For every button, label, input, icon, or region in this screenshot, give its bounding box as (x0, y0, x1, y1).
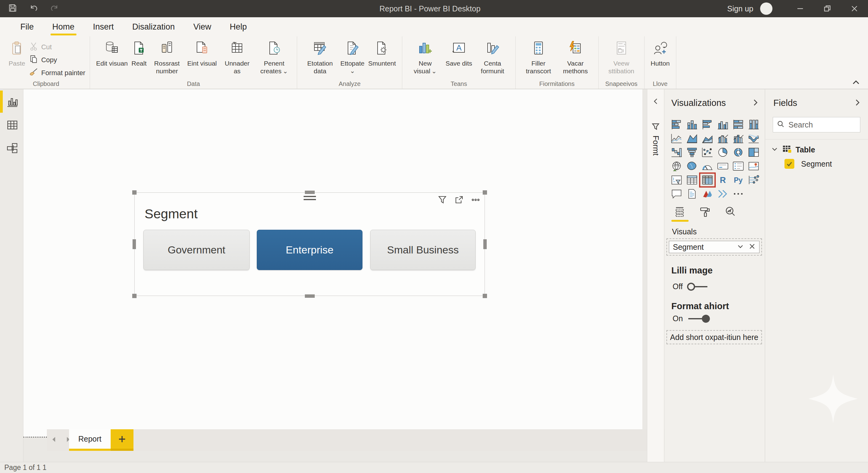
shape-map-icon[interactable] (684, 159, 700, 173)
stacked-bar-chart-icon[interactable] (669, 117, 684, 132)
more-options-icon[interactable] (731, 187, 746, 201)
menu-disalization[interactable]: Disalization (123, 17, 184, 36)
avatar[interactable] (760, 2, 772, 15)
collapse-visualizations-icon[interactable] (752, 99, 759, 107)
waterfall-chart-icon[interactable] (669, 145, 684, 159)
line-and-clustered-column-chart-icon[interactable] (715, 132, 731, 145)
minimize-button[interactable] (786, 0, 814, 17)
resize-handle[interactable] (305, 294, 315, 298)
funnel-chart-icon[interactable] (684, 145, 700, 159)
donut-chart-icon[interactable] (731, 145, 746, 159)
search-input[interactable] (788, 121, 850, 129)
python-visual-icon[interactable]: Py (731, 173, 746, 187)
resize-handle[interactable] (483, 239, 487, 249)
slicer-icon[interactable] (669, 173, 684, 187)
veew-sttibation-button[interactable]: Veew sttibation (603, 39, 640, 75)
penent-creates-button[interactable]: Penent creates (255, 39, 292, 75)
realt-button[interactable]: Realt (130, 39, 149, 67)
menu-file[interactable]: File (11, 17, 43, 36)
report-view-icon[interactable] (6, 96, 19, 108)
menu-home[interactable]: Home (43, 17, 84, 36)
etotation-data-button[interactable]: Etotation data (302, 39, 338, 75)
field-tree-item[interactable]: Segment (784, 159, 832, 169)
resize-handle[interactable] (132, 294, 136, 298)
fields-tab-icon[interactable] (674, 206, 685, 218)
data-view-icon[interactable] (6, 119, 19, 131)
close-button[interactable] (841, 0, 868, 17)
metrics-icon[interactable] (715, 187, 731, 201)
report-canvas[interactable]: Segment Government Enterprise Small Busi… (24, 89, 647, 462)
centa-formunit-button[interactable]: Centa formunit (474, 39, 511, 75)
focus-mode-icon[interactable] (454, 195, 464, 206)
arcgis-map-icon[interactable] (746, 159, 761, 173)
pie-chart-icon[interactable] (715, 145, 731, 159)
field-well[interactable]: Segment (666, 238, 762, 256)
tree-expand-icon[interactable] (771, 145, 778, 154)
analytics-tab-icon[interactable] (724, 206, 736, 218)
slicer-option-government[interactable]: Government (143, 230, 250, 270)
collapse-ribbon-button[interactable] (851, 78, 861, 87)
new-visual-button[interactable]: New visual (407, 39, 443, 75)
multi-row-card-icon[interactable] (731, 159, 746, 173)
paginated-report-icon[interactable] (684, 187, 700, 201)
field-checkbox[interactable] (784, 159, 794, 169)
save-icon[interactable] (8, 3, 17, 14)
treemap-icon[interactable] (746, 145, 761, 159)
expand-panel-icon[interactable] (652, 98, 659, 106)
more-options-icon[interactable] (471, 195, 480, 206)
filler-transcort-button[interactable]: Filler transcort (520, 39, 557, 75)
ettopate-button[interactable]: Ettopate (338, 39, 366, 74)
edit-visuan-button[interactable]: Edit visuan (94, 39, 130, 67)
menu-view[interactable]: View (184, 17, 220, 36)
hutton-button[interactable]: Hutton (649, 39, 672, 67)
clustered-bar-chart-icon[interactable] (700, 117, 715, 132)
report-page[interactable]: Segment Government Enterprise Small Busi… (24, 89, 642, 438)
slicer-option-small-business[interactable]: Small Business (370, 230, 475, 270)
format-painter-button[interactable]: Format painter (29, 67, 85, 79)
filter-icon[interactable] (438, 195, 447, 206)
sign-up-link[interactable]: Sign up (727, 4, 753, 13)
line-and-stacked-column-chart-icon[interactable] (731, 132, 746, 145)
drag-handle-icon[interactable] (304, 196, 316, 202)
line-chart-icon[interactable] (669, 132, 684, 145)
qa-icon[interactable] (669, 187, 684, 201)
page-tab-report[interactable]: Report (69, 429, 111, 451)
resize-handle[interactable] (132, 190, 136, 195)
resize-handle[interactable] (483, 190, 487, 195)
unnader-as-button[interactable]: Unnader as (219, 39, 255, 75)
chevron-down-icon[interactable] (737, 243, 744, 251)
100-stacked-bar-chart-icon[interactable] (731, 117, 746, 132)
copy-button[interactable]: Copy (29, 54, 85, 67)
vacar-methons-button[interactable]: Vacar methons (557, 39, 594, 75)
rossrast-number-button[interactable]: Rossrast number (149, 39, 186, 75)
collapse-fields-icon[interactable] (854, 99, 861, 107)
model-view-icon[interactable] (6, 142, 19, 155)
toggle-switch-off[interactable] (687, 282, 710, 291)
stacked-column-chart-icon[interactable] (684, 117, 700, 132)
fields-search[interactable] (773, 117, 860, 132)
table-icon[interactable] (684, 173, 700, 187)
resize-handle[interactable] (483, 294, 487, 298)
smuntent-button[interactable]: Smuntent (366, 39, 398, 67)
area-chart-icon[interactable] (684, 132, 700, 145)
toggle-switch-on[interactable] (687, 314, 710, 323)
scatter-chart-icon[interactable] (700, 145, 715, 159)
undo-icon[interactable] (29, 3, 38, 14)
map-icon[interactable] (669, 159, 684, 173)
cut-button[interactable]: Cut (29, 41, 85, 54)
add-field-hint[interactable]: Add short oxpat-itiun here (666, 330, 762, 344)
100-stacked-column-chart-icon[interactable] (746, 117, 761, 132)
clustered-column-chart-icon[interactable] (715, 117, 731, 132)
r-script-icon[interactable]: R (715, 173, 731, 187)
resize-handle[interactable] (305, 191, 315, 194)
menu-insert[interactable]: Insert (84, 17, 123, 36)
slicer-option-enterprise[interactable]: Enterprise (257, 230, 363, 270)
slicer-visual[interactable]: Segment Government Enterprise Small Busi… (134, 193, 485, 296)
prev-page-arrow-icon[interactable] (51, 436, 57, 444)
eint-visual-button[interactable]: Eint visual (186, 39, 219, 67)
paste-button[interactable]: Paste (7, 39, 27, 67)
add-page-button[interactable] (111, 429, 133, 451)
ribbon-chart-icon[interactable] (746, 132, 761, 145)
card-icon[interactable] (715, 159, 731, 173)
power-apps-icon[interactable] (700, 187, 715, 201)
